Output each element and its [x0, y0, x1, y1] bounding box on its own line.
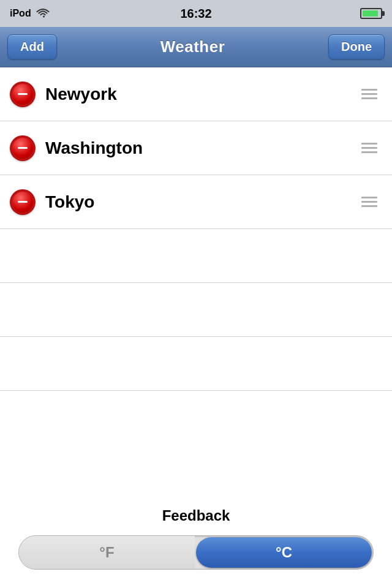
temperature-segment-control[interactable]: °F °C: [18, 535, 374, 570]
device-label: iPod: [10, 8, 31, 19]
status-bar: iPod 16:32: [0, 0, 392, 27]
city-name-tokyo: Tokyo: [36, 192, 356, 212]
drag-handle-washington[interactable]: [356, 138, 382, 158]
nav-bar: Add Weather Done: [0, 27, 392, 67]
empty-rows: [0, 229, 392, 391]
status-time: 16:32: [180, 7, 211, 21]
bottom-section: Feedback °F °C: [0, 501, 392, 588]
celsius-option[interactable]: °C: [196, 537, 372, 568]
nav-title: Weather: [160, 37, 225, 56]
delete-button-newyork[interactable]: [10, 81, 36, 107]
table-row: Newyork: [0, 67, 392, 121]
drag-handle-tokyo[interactable]: [356, 192, 382, 212]
empty-row: [0, 229, 392, 283]
battery-icon: [360, 8, 382, 19]
city-name-newyork: Newyork: [36, 85, 356, 104]
empty-row: [0, 337, 392, 391]
table-row: Tokyo: [0, 175, 392, 229]
delete-button-tokyo[interactable]: [10, 189, 36, 215]
battery-fill: [363, 10, 378, 17]
add-button[interactable]: Add: [7, 34, 57, 59]
wifi-icon: [36, 9, 50, 18]
done-button[interactable]: Done: [328, 34, 385, 59]
empty-row: [0, 283, 392, 337]
table-row: Washington: [0, 121, 392, 175]
feedback-label: Feedback: [0, 501, 392, 524]
drag-handle-newyork[interactable]: [356, 84, 382, 104]
city-name-washington: Washington: [36, 138, 356, 158]
delete-button-washington[interactable]: [10, 135, 36, 161]
fahrenheit-option[interactable]: °F: [19, 536, 195, 569]
city-list: Newyork Washington Tokyo: [0, 67, 392, 229]
status-left: iPod: [10, 8, 50, 19]
status-right: [360, 8, 382, 19]
